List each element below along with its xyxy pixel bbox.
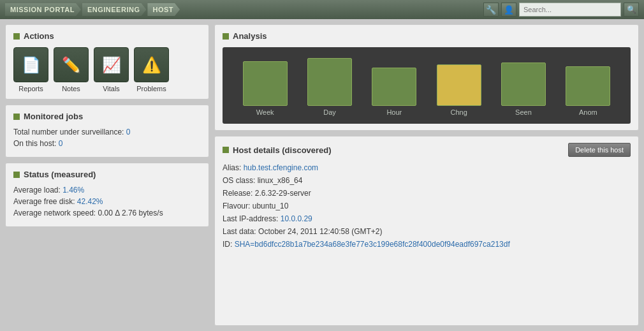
total-value[interactable]: 0 [126,128,131,136]
actions-title: Actions [13,31,201,41]
host-details-header: Host details (discovered) Delete this ho… [223,143,631,157]
chart-label-seen: Seen [515,108,532,116]
chart-label-week: Week [256,108,274,116]
ip-line: Last IP-address: 10.0.0.29 [223,214,631,223]
chart-bar-day[interactable] [307,58,352,106]
vitals-label: Vitals [103,85,120,92]
action-notes[interactable]: ✏️ Notes [54,47,89,92]
avg-disk-value: 42.42% [77,197,103,206]
action-vitals[interactable]: 📈 Vitals [94,47,129,92]
alias-value: hub.test.cfengine.com [244,163,318,172]
monitored-jobs-panel: Monitored jobs Total number under survei… [5,105,209,158]
chart-bar-group-chng: Chng [437,64,481,116]
main-content: Actions 📄 Reports ✏️ Notes 📈 Vitals ⚠️ P… [0,19,644,331]
actions-panel: Actions 📄 Reports ✏️ Notes 📈 Vitals ⚠️ P… [5,24,209,99]
title-square [13,33,20,40]
action-problems[interactable]: ⚠️ Problems [134,47,169,92]
chart-label-day: Day [323,108,336,116]
ip-value: 10.0.0.29 [281,214,312,223]
total-surveillance-line: Total number under surveillance: 0 [13,128,201,136]
host-details-panel: Host details (discovered) Delete this ho… [214,136,639,326]
search-input[interactable] [519,3,621,17]
title-square4 [223,33,229,40]
user-icon[interactable]: 👤 [501,3,516,17]
breadcrumb-host[interactable]: HOST [147,3,180,16]
chart-bar-group-day: Day [307,58,352,116]
chart-bar-chng[interactable] [437,64,481,106]
status-title: Status (measured) [13,170,201,179]
on-host-line: On this host: 0 [13,139,201,148]
settings-icon[interactable]: 🔧 [483,3,499,17]
right-panel: Analysis WeekDayHourChngSeenAnom Host de… [214,24,639,326]
chart-label-hour: Hour [386,108,402,116]
chart-label-chng: Chng [450,108,467,116]
avg-load-value: 1.46% [62,186,84,195]
flavour-value: ubuntu_10 [252,202,289,210]
analysis-title: Analysis [223,31,631,41]
title-square3 [13,172,20,178]
status-panel: Status (measured) Average load: 1.46% Av… [5,163,209,227]
id-line: ID: SHA=bd6dfcc28b1a7be234a68e3fe77e3c19… [223,240,631,249]
alias-line: Alias: hub.test.cfengine.com [223,163,631,172]
topbar: MISSION PORTAL ENGINEERING HOST 🔧 👤 🔍 [0,0,644,19]
monitored-jobs-title: Monitored jobs [13,112,201,121]
release-value: 2.6.32-29-server [255,189,311,198]
chart-bar-week[interactable] [243,61,288,106]
last-data-line: Last data: October 24, 2011 12:40:58 (GM… [223,227,631,236]
os-value: linux_x86_64 [258,176,303,185]
breadcrumb-mission-portal[interactable]: MISSION PORTAL [5,3,81,16]
chart-bar-anom[interactable] [566,66,610,106]
topbar-right: 🔧 👤 🔍 [483,3,639,17]
reports-icon: 📄 [13,47,48,82]
chart-bar-group-hour: Hour [372,68,416,116]
host-details-title: Host details (discovered) [223,145,332,155]
vitals-icon: 📈 [94,47,129,82]
delete-host-button[interactable]: Delete this host [568,143,631,157]
action-reports[interactable]: 📄 Reports [13,47,48,92]
flavour-line: Flavour: ubuntu_10 [223,202,631,210]
chart-label-anom: Anom [579,108,597,116]
problems-icon: ⚠️ [134,47,169,82]
chart-bar-group-week: Week [243,61,288,116]
chart-bar-hour[interactable] [372,68,416,106]
notes-label: Notes [62,85,80,92]
reports-label: Reports [18,85,43,92]
problems-label: Problems [136,85,166,92]
avg-load-line: Average load: 1.46% [13,186,201,195]
breadcrumb-engineering[interactable]: ENGINEERING [82,3,147,16]
search-button[interactable]: 🔍 [624,3,639,17]
avg-network-line: Average network speed: 0.00 Δ 2.76 bytes… [13,209,201,217]
chart-bar-group-anom: Anom [566,66,610,116]
notes-icon: ✏️ [54,47,89,82]
on-host-value[interactable]: 0 [59,139,63,148]
left-panel: Actions 📄 Reports ✏️ Notes 📈 Vitals ⚠️ P… [5,24,209,326]
title-square5 [223,147,229,153]
avg-network-value: 0.00 Δ 2.76 bytes/s [98,209,163,217]
release-line: Release: 2.6.32-29-server [223,189,631,198]
chart-bar-group-seen: Seen [501,63,546,116]
analysis-panel: Analysis WeekDayHourChngSeenAnom [214,24,639,131]
os-line: OS class: linux_x86_64 [223,176,631,185]
chart-bar-seen[interactable] [501,63,546,106]
last-data-value: October 24, 2011 12:40:58 (GMT+2) [258,227,382,236]
title-square2 [13,114,20,120]
id-value: SHA=bd6dfcc28b1a7be234a68e3fe77e3c199e68… [235,240,510,249]
chart-area: WeekDayHourChngSeenAnom [223,47,631,124]
actions-grid: 📄 Reports ✏️ Notes 📈 Vitals ⚠️ Problems [13,47,201,92]
avg-disk-line: Average free disk: 42.42% [13,197,201,206]
